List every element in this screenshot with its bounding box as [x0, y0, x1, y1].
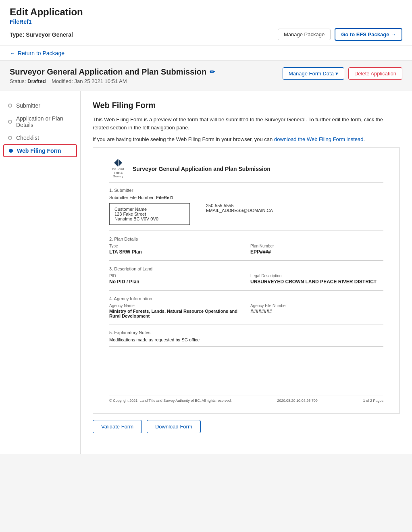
notes-value: Modifications made as requested by SG of…	[109, 337, 383, 342]
form-header: bc LandTitle & Survey Surveyor General A…	[109, 160, 383, 178]
field-agency-file: Agency File Number ########	[250, 303, 383, 318]
form-preview-container[interactable]: bc LandTitle & Survey Surveyor General A…	[93, 148, 400, 414]
dot-checklist	[8, 136, 12, 140]
land-fields: PID No PID / Plan Legal Description UNSU…	[109, 274, 383, 285]
download-form-button[interactable]: Download Form	[147, 420, 201, 433]
edit-icon[interactable]: ✏	[210, 68, 215, 76]
validate-form-button[interactable]: Validate Form	[93, 420, 142, 433]
form-section-land: 3. Description of Land PID No PID / Plan…	[109, 266, 383, 291]
submitter-row: Customer Name 123 Fake Street Nanaimo BC…	[109, 203, 383, 227]
sidebar-item-checklist[interactable]: Checklist	[0, 131, 80, 144]
form-section-submitter: 1. Submitter Submitter File Number: File…	[109, 188, 383, 231]
field-plan-number: Plan Number EPP####	[250, 244, 383, 255]
section-4-label: 4. Agency Information	[109, 296, 383, 301]
page-title: Edit Application	[10, 6, 402, 18]
footer-copyright: © Copyright 2021, Land Title and Survey …	[109, 399, 232, 403]
address-box: Customer Name 123 Fake Street Nanaimo BC…	[109, 203, 190, 225]
sidebar: Submitter Application or Plan Details Ch…	[0, 91, 81, 454]
form-title-main: Surveyor General Application and Plan Su…	[133, 166, 271, 172]
info-text-1: This Web Filing Form is a preview of the…	[93, 116, 400, 131]
back-link[interactable]: ← Return to Package	[10, 50, 402, 56]
dot-submitter	[8, 104, 12, 108]
application-title: Surveyor General Application and Plan Su…	[10, 67, 215, 77]
section-3-label: 3. Description of Land	[109, 266, 383, 271]
sidebar-item-submitter[interactable]: Submitter	[0, 99, 80, 112]
download-link[interactable]: download the Web Filing Form instead	[274, 136, 364, 142]
field-legal-desc: Legal Description UNSURVEYED CROWN LAND …	[250, 274, 383, 285]
form-footer: © Copyright 2021, Land Title and Survey …	[109, 395, 383, 403]
content-area: Submitter Application or Plan Details Ch…	[0, 91, 412, 454]
footer-page: 1 of 2 Pages	[363, 399, 383, 403]
form-document: bc LandTitle & Survey Surveyor General A…	[93, 148, 400, 414]
agency-fields: Agency Name Ministry of Forests, Lands, …	[109, 303, 383, 318]
form-section-notes: 5. Explanatory Notes Modifications made …	[109, 330, 383, 347]
field-pid: PID No PID / Plan	[109, 274, 242, 285]
plan-details-fields: Type LTA SRW Plan Plan Number EPP####	[109, 244, 383, 255]
top-header: Edit Application FileRef1 Type: Surveyor…	[0, 0, 412, 46]
contact-info: 250-555-5555 EMAIL_ADDRESS@DOMAIN.CA	[206, 203, 273, 213]
section-1-label: 1. Submitter	[109, 188, 383, 193]
bottom-actions: Validate Form Download Form	[93, 414, 400, 436]
file-ref: FileRef1	[10, 19, 402, 25]
status-value: Drafted	[27, 78, 46, 84]
sidebar-label-checklist: Checklist	[16, 135, 39, 141]
dropdown-icon: ▾	[335, 71, 338, 77]
sidebar-label-plan-details: Application or Plan Details	[16, 115, 72, 128]
application-header: Surveyor General Application and Plan Su…	[0, 61, 412, 91]
application-status: Status: Drafted Modified: Jan 25 2021 10…	[10, 78, 215, 84]
delete-application-button[interactable]: Delete Application	[348, 67, 402, 80]
back-link-label: Return to Package	[18, 50, 65, 56]
field-agency-name: Agency Name Ministry of Forests, Lands, …	[109, 303, 242, 318]
dot-web-filing	[9, 149, 13, 153]
footer-timestamp: 2020.08.20 10:04:26.709	[277, 399, 318, 403]
form-section-plan-details: 2. Plan Details Type LTA SRW Plan Plan N…	[109, 237, 383, 261]
manage-package-button[interactable]: Manage Package	[278, 29, 331, 40]
sidebar-item-web-filing[interactable]: Web Filing Form	[3, 144, 77, 157]
back-arrow-icon: ←	[10, 50, 15, 56]
logo-text: bc LandTitle & Survey	[109, 167, 127, 178]
form-section-agency: 4. Agency Information Agency Name Minist…	[109, 296, 383, 324]
field-type: Type LTA SRW Plan	[109, 244, 242, 255]
breadcrumb-bar: ← Return to Package	[0, 46, 412, 61]
manage-form-button[interactable]: Manage Form Data ▾	[283, 67, 344, 80]
sidebar-item-plan-details[interactable]: Application or Plan Details	[0, 112, 80, 131]
info-text-2: If you are having trouble seeing the Web…	[93, 135, 400, 143]
section-2-label: 2. Plan Details	[109, 237, 383, 241]
main-panel: Web Filing Form This Web Filing Form is …	[81, 91, 412, 454]
form-logo: bc LandTitle & Survey	[109, 160, 127, 178]
dot-plan-details	[8, 120, 12, 124]
file-number-value: FileRef1	[156, 195, 173, 200]
sidebar-label-web-filing: Web Filing Form	[17, 148, 61, 154]
type-label: Type: Surveyor General	[10, 31, 73, 38]
file-number-row: Submitter File Number: FileRef1	[109, 195, 383, 200]
sidebar-label-submitter: Submitter	[16, 102, 40, 109]
section-5-label: 5. Explanatory Notes	[109, 330, 383, 335]
go-to-efs-button[interactable]: Go to EFS Package →	[335, 28, 402, 41]
web-filing-title: Web Filing Form	[93, 101, 400, 110]
